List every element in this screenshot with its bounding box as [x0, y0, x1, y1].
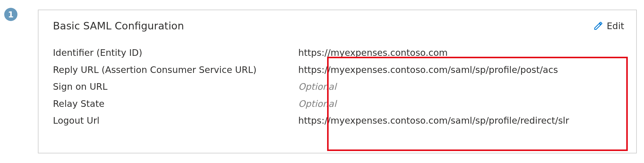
reply-url-label: Reply URL (Assertion Consumer Service UR…: [53, 63, 293, 77]
step-number: 1: [8, 10, 14, 19]
edit-button[interactable]: Edit: [593, 21, 624, 31]
sign-on-url-value: Optional: [293, 80, 624, 94]
config-rows: Identifier (Entity ID) https://myexpense…: [53, 46, 624, 128]
sign-on-url-label: Sign on URL: [53, 80, 293, 94]
relay-state-value: Optional: [293, 97, 624, 111]
relay-state-label: Relay State: [53, 97, 293, 111]
saml-config-card: Basic SAML Configuration Edit Identifier…: [38, 10, 637, 153]
pencil-icon: [593, 21, 603, 31]
identifier-label: Identifier (Entity ID): [53, 46, 293, 60]
saml-config-section: 1 Basic SAML Configuration Edit Identifi…: [0, 0, 644, 163]
card-header: Basic SAML Configuration Edit: [53, 20, 624, 32]
card-title: Basic SAML Configuration: [53, 20, 184, 32]
logout-url-label: Logout Url: [53, 114, 293, 128]
identifier-value: https://myexpenses.contoso.com: [293, 46, 624, 60]
step-number-badge: 1: [4, 8, 17, 21]
reply-url-value: https://myexpenses.contoso.com/saml/sp/p…: [293, 63, 624, 77]
edit-button-label: Edit: [607, 21, 624, 31]
logout-url-value: https://myexpenses.contoso.com/saml/sp/p…: [293, 114, 624, 128]
